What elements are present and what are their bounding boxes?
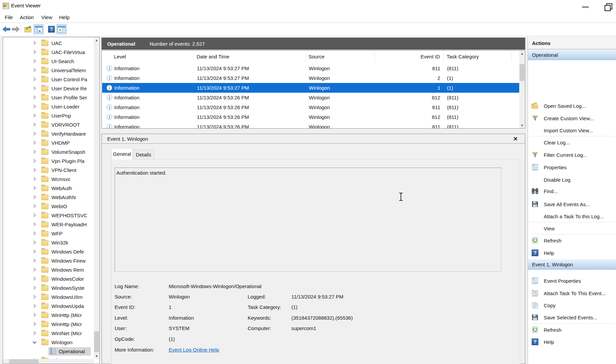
chevron-right-icon[interactable] xyxy=(32,277,36,280)
tree-item-ui-search[interactable]: UI-Search xyxy=(3,57,95,66)
chevron-right-icon[interactable] xyxy=(32,240,36,244)
tree-item-uac-filevirtua[interactable]: UAC-FileVirtua xyxy=(3,48,95,57)
chevron-right-icon[interactable] xyxy=(32,268,36,271)
event-row[interactable]: i Information 11/13/2024 9:53:26 PM Winl… xyxy=(102,122,520,129)
chevron-right-icon[interactable] xyxy=(32,295,36,299)
tree-item-userpnp[interactable]: UserPnp xyxy=(3,111,95,120)
tree-item-windowscolor[interactable]: WindowsColor xyxy=(3,274,95,283)
chevron-right-icon[interactable] xyxy=(32,177,36,181)
event-row[interactable]: i Information 11/13/2024 9:53:26 PM Winl… xyxy=(102,102,520,112)
chevron-right-icon[interactable] xyxy=(32,95,36,99)
chevron-right-icon[interactable] xyxy=(32,331,36,335)
action-find[interactable]: Find... xyxy=(528,186,616,196)
tree-item-user-profile-ser[interactable]: User Profile Ser xyxy=(3,93,95,102)
chevron-right-icon[interactable] xyxy=(32,168,36,172)
chevron-right-icon[interactable] xyxy=(32,113,36,117)
action-create-custom-view[interactable]: Create Custom View... xyxy=(528,113,616,123)
scroll-up-icon[interactable]: ▲ xyxy=(519,51,525,56)
menu-action[interactable]: Action xyxy=(18,14,35,21)
action-attach-task-to-this-event[interactable]: Attach Task To This Event... xyxy=(528,288,616,298)
tree-item-windows-rem[interactable]: Windows Rem xyxy=(3,265,95,274)
action-view[interactable]: View xyxy=(528,224,616,233)
tree-item-user-control-pa[interactable]: User Control Pa xyxy=(3,75,95,84)
event-row[interactable]: i Information 11/13/2024 9:53:27 PM Winl… xyxy=(102,63,520,73)
event-row[interactable]: i Information 11/13/2024 9:53:27 PM Winl… xyxy=(102,83,520,93)
chevron-right-icon[interactable] xyxy=(32,222,36,226)
event-list-scrollbar[interactable]: ▲ ▼ xyxy=(519,51,525,128)
tree-item-operational[interactable]: Operational xyxy=(3,347,95,356)
tree-item-wephostsvc[interactable]: WEPHOSTSVC xyxy=(3,211,95,220)
chevron-right-icon[interactable] xyxy=(32,231,36,235)
menu-view[interactable]: View xyxy=(40,14,53,21)
chevron-right-icon[interactable] xyxy=(32,77,36,81)
tree-item-winlogon[interactable]: Winlogon xyxy=(3,338,95,347)
column-header-eventid[interactable]: Event ID xyxy=(387,51,440,62)
tree-item-verifyhardware[interactable]: VerifyHardware xyxy=(3,129,95,138)
action-clear-log[interactable]: Clear Log... xyxy=(528,138,616,147)
event-row[interactable]: i Information 11/13/2024 9:53:27 PM Winl… xyxy=(102,73,520,83)
action-filter-current-log[interactable]: Filter Current Log... xyxy=(528,150,616,160)
event-message-box[interactable]: Authentication started. xyxy=(115,168,501,272)
column-header-date[interactable]: Date and Time xyxy=(197,51,230,62)
column-header-level[interactable]: Level xyxy=(114,51,126,62)
scroll-up-icon[interactable]: ▲ xyxy=(94,37,99,43)
console-tree-toggle[interactable] xyxy=(34,24,44,34)
scroll-down-icon[interactable]: ▼ xyxy=(519,123,525,128)
column-header-source[interactable]: Source xyxy=(309,51,325,62)
chevron-right-icon[interactable] xyxy=(32,68,36,72)
restore-button[interactable] xyxy=(603,3,613,10)
action-copy[interactable]: Copy xyxy=(528,301,616,310)
tree-item-user-loader[interactable]: User-Loader xyxy=(3,102,95,111)
chevron-right-icon[interactable] xyxy=(32,304,36,308)
tree-item-windowsuiim[interactable]: WindowsUIIm xyxy=(3,292,95,302)
tree-item-uac[interactable]: UAC xyxy=(3,39,95,48)
action-attach-a-task-to-this-log[interactable]: Attach a Task To this Log... xyxy=(528,212,616,221)
tree-item-windowsupda[interactable]: WindowsUpda xyxy=(3,302,95,311)
chevron-right-icon[interactable] xyxy=(32,249,36,253)
tree-item-wininet-micr[interactable]: WinINet (Micr xyxy=(3,329,95,338)
chevron-right-icon[interactable] xyxy=(32,186,36,190)
chevron-right-icon[interactable] xyxy=(32,322,36,326)
chevron-right-icon[interactable] xyxy=(32,204,36,208)
event-scrollbar-thumb[interactable] xyxy=(520,64,525,81)
export-log-button[interactable] xyxy=(23,24,33,34)
tree-item-wfp[interactable]: WFP xyxy=(3,229,95,238)
chevron-down-icon[interactable] xyxy=(33,340,36,344)
chevron-right-icon[interactable] xyxy=(32,41,36,45)
actions-section-operational[interactable]: Operational xyxy=(528,50,616,60)
tree-item-win32k[interactable]: Win32k xyxy=(3,238,95,247)
menu-file[interactable]: File xyxy=(3,14,14,21)
chevron-right-icon[interactable] xyxy=(32,123,36,126)
tree-item-volumesnapsh[interactable]: VolumeSnapsh xyxy=(3,147,95,156)
action-refresh[interactable]: Refresh xyxy=(528,236,616,245)
actions-section-event[interactable]: Event 1, Winlogon xyxy=(528,259,616,270)
action-save-selected-events[interactable]: Save Selected Events... xyxy=(528,313,616,322)
chevron-right-icon[interactable] xyxy=(32,313,36,317)
column-header-taskcategory[interactable]: Task Category xyxy=(447,51,479,62)
chevron-right-icon[interactable] xyxy=(32,141,36,144)
back-button[interactable] xyxy=(1,24,11,34)
action-open-saved-log[interactable]: Open Saved Log... xyxy=(528,101,616,110)
tree-item-vpn-client[interactable]: VPN-Client xyxy=(3,166,95,175)
tree-scrollbar-thumb[interactable] xyxy=(94,331,99,352)
tree-item-user-device-re[interactable]: User Device Re xyxy=(3,84,95,93)
action-save-all-events-as[interactable]: Save All Events As... xyxy=(528,199,616,209)
chevron-right-icon[interactable] xyxy=(32,259,36,262)
chevron-right-icon[interactable] xyxy=(32,286,36,289)
close-icon[interactable]: ✕ xyxy=(512,136,519,142)
tree-horizontal-scrollbar[interactable] xyxy=(3,359,94,364)
tree-item-winhttp-micr[interactable]: WinHttp (Micr xyxy=(3,320,95,329)
chevron-right-icon[interactable] xyxy=(32,86,36,90)
tree-item-vhdmp[interactable]: VHDMP xyxy=(3,138,95,147)
tree-item-vdrvroot[interactable]: VDRVROOT xyxy=(3,120,95,129)
chevron-right-icon[interactable] xyxy=(32,132,36,135)
chevron-right-icon[interactable] xyxy=(32,195,36,199)
tree-item-windowssyste[interactable]: WindowsSyste xyxy=(3,283,95,292)
tree-item-windows-defe[interactable]: Windows Defe xyxy=(3,247,95,256)
action-help[interactable]: ?Help xyxy=(528,248,616,258)
action-disable-log[interactable]: Disable Log xyxy=(528,175,616,184)
scroll-down-icon[interactable]: ▼ xyxy=(94,353,99,359)
minimize-button[interactable] xyxy=(581,3,591,10)
event-row[interactable]: i Information 11/13/2024 9:53:26 PM Winl… xyxy=(102,112,520,122)
action-properties[interactable]: Properties xyxy=(528,163,616,172)
